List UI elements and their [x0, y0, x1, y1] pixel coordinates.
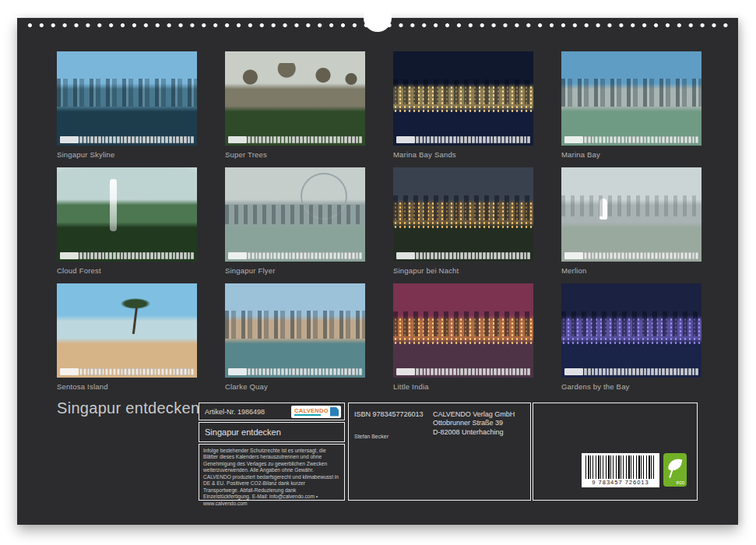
thumbnail-caption: Clarke Quay — [225, 382, 365, 391]
strip-day-cell — [98, 252, 101, 259]
strip-day-cell — [617, 136, 621, 143]
thumbnail-photo — [57, 283, 197, 378]
strip-day-cell — [176, 136, 179, 143]
strip-day-cell — [94, 136, 97, 143]
strip-day-cell — [105, 252, 108, 259]
page: Singapur SkylineSuper TreesMarina Bay Sa… — [17, 18, 738, 525]
strip-day-cell — [607, 136, 610, 143]
strip-day-cell — [255, 368, 258, 375]
strip-day-cell — [113, 368, 116, 375]
calendar-strip — [564, 368, 698, 375]
strip-day-cell — [441, 252, 445, 259]
strip-day-cell — [434, 252, 438, 259]
thumbnail-caption: Marina Bay Sands — [393, 150, 533, 159]
strip-day-cell — [285, 368, 288, 375]
strip-day-cell — [494, 252, 497, 259]
thumbnail-photo — [393, 283, 533, 378]
calendar-thumbnail: Cloud Forest — [57, 167, 197, 283]
strip-day-cell — [150, 252, 153, 259]
strip-day-cell — [584, 252, 587, 259]
calendar-thumbnail: Clarke Quay — [225, 283, 365, 399]
eco-label: eco — [677, 480, 684, 485]
strip-day-cell — [173, 368, 176, 375]
strip-month-cell — [228, 368, 247, 375]
strip-day-cell — [424, 136, 427, 143]
strip-day-cell — [636, 368, 639, 375]
strip-day-cell — [584, 136, 587, 143]
strip-day-cell — [464, 136, 467, 143]
calendar-back-cover: Singapur SkylineSuper TreesMarina Bay Sa… — [0, 0, 756, 545]
strip-day-cell — [300, 136, 303, 143]
strip-day-cell — [337, 368, 340, 375]
thumbnail-photo — [393, 167, 533, 262]
strip-day-cell — [300, 252, 303, 259]
strip-day-cell — [588, 136, 591, 143]
strip-day-cell — [420, 368, 423, 375]
strip-day-cell — [356, 368, 359, 375]
barcode-bars — [585, 455, 656, 479]
strip-day-cell — [281, 368, 284, 375]
strip-day-cell — [173, 136, 176, 143]
strip-day-cell — [516, 252, 519, 259]
strip-day-cell — [184, 136, 187, 143]
artikel-box: Artikel-Nr. 1986498 CALVENDO — [199, 403, 345, 420]
strip-day-cell — [341, 368, 344, 375]
strip-day-cell — [105, 136, 108, 143]
thumbnail-photo — [225, 51, 365, 146]
strip-day-cell — [595, 368, 598, 375]
thumbnail-photo — [225, 283, 365, 378]
strip-day-cell — [445, 136, 448, 143]
strip-month-cell — [228, 252, 247, 259]
strip-day-cell — [176, 252, 179, 259]
strip-day-cell — [105, 368, 108, 375]
strip-day-cell — [614, 252, 617, 259]
strip-day-cell — [121, 136, 124, 143]
strip-day-cell — [135, 136, 139, 143]
calendar-thumbnail: Super Trees — [225, 51, 365, 167]
calendar-strip — [396, 136, 530, 143]
calendar-thumbnail: Gardens by the Bay — [561, 283, 701, 399]
strip-day-cell — [139, 136, 142, 143]
strip-day-cell — [273, 252, 276, 259]
calendar-strip — [60, 136, 194, 143]
strip-day-cell — [262, 252, 265, 259]
strip-day-cell — [285, 136, 288, 143]
strip-day-cell — [599, 252, 602, 259]
strip-day-cell — [255, 136, 258, 143]
strip-day-cell — [102, 252, 105, 259]
strip-day-cell — [348, 136, 351, 143]
strip-day-cell — [180, 136, 183, 143]
strip-day-cell — [457, 136, 460, 143]
strip-day-cell — [191, 252, 194, 259]
barcode: 9 783457 726013 — [582, 453, 659, 487]
strip-day-cell — [640, 252, 643, 259]
strip-day-cell — [90, 252, 93, 259]
strip-day-cell — [113, 252, 116, 259]
strip-day-cell — [434, 136, 438, 143]
strip-day-cell — [79, 252, 83, 259]
strip-day-cell — [251, 252, 255, 259]
strip-day-cell — [292, 252, 295, 259]
strip-day-cell — [483, 368, 486, 375]
strip-day-cell — [248, 368, 251, 375]
title-box: Singapur entdecken — [199, 422, 345, 442]
strip-day-cell — [468, 368, 471, 375]
strip-day-cell — [438, 252, 441, 259]
strip-day-cell — [610, 252, 613, 259]
strip-day-cell — [184, 252, 187, 259]
thumbnail-caption: Sentosa Island — [57, 382, 197, 391]
strip-day-cell — [113, 136, 116, 143]
strip-day-cell — [251, 136, 255, 143]
strip-day-cell — [277, 252, 280, 259]
strip-day-cell — [311, 136, 314, 143]
strip-day-cell — [311, 368, 314, 375]
strip-day-cell — [655, 252, 658, 259]
strip-day-cell — [128, 368, 131, 375]
publisher-line: D-82008 Unterhaching — [433, 428, 515, 437]
strip-day-cell — [516, 136, 519, 143]
strip-day-cell — [673, 252, 677, 259]
strip-day-cell — [277, 368, 280, 375]
strip-month-cell — [396, 368, 415, 375]
strip-day-cell — [647, 368, 650, 375]
strip-day-cell — [157, 368, 160, 375]
